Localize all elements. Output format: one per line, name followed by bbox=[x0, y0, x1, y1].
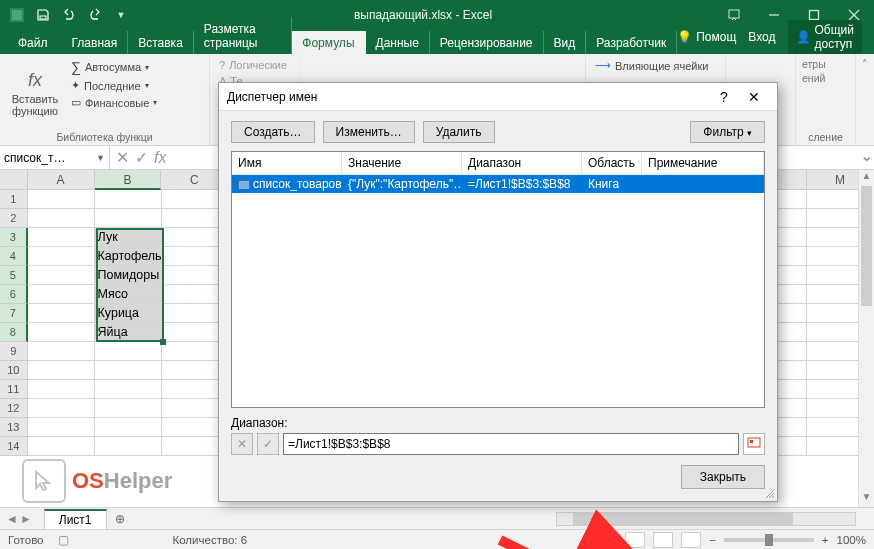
row-header[interactable]: 12 bbox=[0, 399, 28, 418]
sheet-nav-next-icon[interactable]: ► bbox=[20, 512, 32, 526]
dialog-titlebar[interactable]: Диспетчер имен ? ✕ bbox=[219, 83, 777, 111]
sign-in[interactable]: Вход bbox=[748, 30, 775, 44]
range-cancel-icon[interactable]: ✕ bbox=[231, 433, 253, 455]
tab-formulas[interactable]: Формулы bbox=[292, 31, 365, 54]
cell[interactable] bbox=[95, 361, 162, 380]
tab-data[interactable]: Данные bbox=[366, 31, 430, 54]
name-box[interactable]: ▼ bbox=[0, 146, 110, 169]
cell[interactable] bbox=[28, 361, 95, 380]
cell[interactable] bbox=[28, 418, 95, 437]
cell[interactable] bbox=[28, 209, 95, 228]
sheet-nav-prev-icon[interactable]: ◄ bbox=[6, 512, 18, 526]
row-header[interactable]: 9 bbox=[0, 342, 28, 361]
save-icon[interactable] bbox=[32, 4, 54, 26]
view-break-icon[interactable] bbox=[681, 532, 701, 548]
cancel-icon[interactable]: ✕ bbox=[116, 148, 129, 167]
vertical-scrollbar[interactable]: ▲ ▼ bbox=[858, 170, 874, 507]
row-header[interactable]: 7 bbox=[0, 304, 28, 323]
tab-home[interactable]: Главная bbox=[62, 31, 129, 54]
cell[interactable]: Курица bbox=[95, 304, 162, 323]
cell[interactable] bbox=[95, 437, 162, 456]
row-header[interactable]: 5 bbox=[0, 266, 28, 285]
horizontal-scrollbar[interactable] bbox=[556, 512, 856, 526]
range-picker-icon[interactable] bbox=[743, 433, 765, 455]
tab-file[interactable]: Файл bbox=[8, 31, 62, 54]
zoom-slider[interactable] bbox=[724, 538, 814, 542]
expand-formula-bar-icon[interactable]: ⌄ bbox=[858, 146, 874, 169]
cell[interactable] bbox=[28, 266, 95, 285]
tab-view[interactable]: Вид bbox=[544, 31, 587, 54]
close-icon[interactable]: ✕ bbox=[739, 89, 769, 105]
row-header[interactable]: 4 bbox=[0, 247, 28, 266]
cell[interactable] bbox=[95, 399, 162, 418]
tab-insert[interactable]: Вставка bbox=[128, 31, 194, 54]
edit-button[interactable]: Изменить… bbox=[323, 121, 415, 143]
cell[interactable]: Мясо bbox=[95, 285, 162, 304]
cell[interactable]: Лук bbox=[95, 228, 162, 247]
trace-precedents-button[interactable]: ⟶Влияющие ячейки bbox=[592, 58, 711, 73]
row-header[interactable]: 8 bbox=[0, 323, 28, 342]
cell[interactable] bbox=[28, 437, 95, 456]
insert-function-button[interactable]: fx Вставить функцию bbox=[6, 58, 64, 130]
view-layout-icon[interactable] bbox=[653, 532, 673, 548]
cell[interactable] bbox=[95, 190, 162, 209]
zoom-in-icon[interactable]: + bbox=[822, 534, 829, 546]
cell[interactable] bbox=[28, 323, 95, 342]
cell[interactable] bbox=[28, 228, 95, 247]
row-header[interactable]: 13 bbox=[0, 418, 28, 437]
financial-button[interactable]: ▭Финансовые▾ bbox=[68, 95, 160, 110]
undo-icon[interactable] bbox=[58, 4, 80, 26]
cell[interactable] bbox=[28, 304, 95, 323]
tab-layout[interactable]: Разметка страницы bbox=[194, 17, 292, 54]
cell[interactable]: Помидоры bbox=[95, 266, 162, 285]
row-header[interactable]: 2 bbox=[0, 209, 28, 228]
share-button[interactable]: 👤Общий доступ bbox=[788, 20, 863, 54]
chevron-down-icon[interactable]: ▼ bbox=[96, 153, 105, 163]
range-input[interactable] bbox=[283, 433, 739, 455]
delete-button[interactable]: Удалить bbox=[423, 121, 495, 143]
row-header[interactable]: 3 bbox=[0, 228, 28, 247]
cell[interactable] bbox=[95, 342, 162, 361]
cell[interactable]: Яйца bbox=[95, 323, 162, 342]
select-all-corner[interactable] bbox=[0, 170, 28, 190]
row-header[interactable]: 14 bbox=[0, 437, 28, 456]
collapse-ribbon-icon[interactable]: ˄ bbox=[856, 54, 874, 145]
cell[interactable] bbox=[28, 247, 95, 266]
cell[interactable] bbox=[95, 380, 162, 399]
col-header-A[interactable]: A bbox=[28, 170, 95, 190]
cell[interactable] bbox=[28, 285, 95, 304]
tell-me[interactable]: 💡Помощ bbox=[677, 30, 736, 44]
name-box-input[interactable] bbox=[4, 151, 84, 165]
cell[interactable] bbox=[28, 342, 95, 361]
cell[interactable] bbox=[28, 399, 95, 418]
tab-developer[interactable]: Разработчик bbox=[586, 31, 677, 54]
close-button[interactable]: Закрыть bbox=[681, 465, 765, 489]
row-header[interactable]: 11 bbox=[0, 380, 28, 399]
col-header-B[interactable]: B bbox=[95, 170, 162, 190]
tab-review[interactable]: Рецензирование bbox=[430, 31, 544, 54]
redo-icon[interactable] bbox=[84, 4, 106, 26]
row-header[interactable]: 10 bbox=[0, 361, 28, 380]
create-button[interactable]: Создать… bbox=[231, 121, 315, 143]
new-sheet-icon[interactable]: ⊕ bbox=[107, 512, 133, 526]
zoom-out-icon[interactable]: − bbox=[709, 534, 716, 546]
logical-button[interactable]: ?Логические bbox=[216, 58, 290, 72]
macro-record-icon[interactable]: ▢ bbox=[58, 533, 69, 547]
range-accept-icon[interactable]: ✓ bbox=[257, 433, 279, 455]
list-row-selected[interactable]: список_товаров {"Лук":"Картофель"… =Лист… bbox=[232, 175, 764, 193]
cell[interactable] bbox=[95, 209, 162, 228]
row-header[interactable]: 6 bbox=[0, 285, 28, 304]
autosum-button[interactable]: ∑Автосумма▾ bbox=[68, 58, 160, 76]
cell[interactable] bbox=[28, 380, 95, 399]
cell[interactable] bbox=[95, 418, 162, 437]
names-list[interactable]: Имя Значение Диапазон Область Примечание… bbox=[231, 151, 765, 408]
recent-button[interactable]: ✦Последние▾ bbox=[68, 78, 160, 93]
accept-icon[interactable]: ✓ bbox=[135, 148, 148, 167]
filter-button[interactable]: Фильтр ▾ bbox=[690, 121, 765, 143]
row-header[interactable]: 1 bbox=[0, 190, 28, 209]
sheet-tab[interactable]: Лист1 bbox=[44, 509, 107, 529]
help-icon[interactable]: ? bbox=[709, 89, 739, 105]
cell[interactable]: Картофель bbox=[95, 247, 162, 266]
cell[interactable] bbox=[28, 190, 95, 209]
resize-grip-icon[interactable] bbox=[763, 487, 775, 499]
